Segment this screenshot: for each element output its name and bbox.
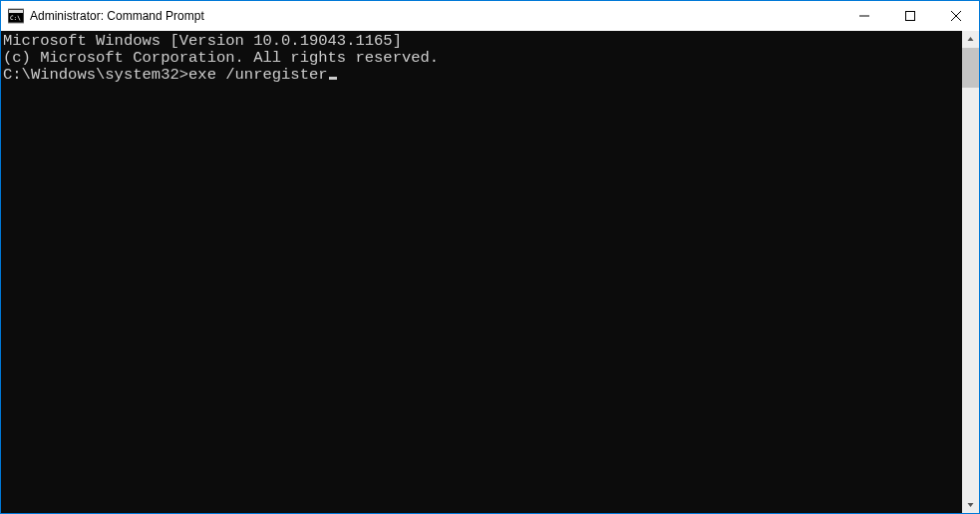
prompt-line: C:\Windows\system32>exe /unregister [3,67,962,84]
scroll-thumb[interactable] [962,48,979,88]
svg-marker-8 [968,503,974,507]
vertical-scrollbar[interactable] [962,31,979,513]
titlebar[interactable]: C:\ Administrator: Command Prompt [1,1,979,31]
cursor [329,77,337,80]
version-line: Microsoft Windows [Version 10.0.19043.11… [3,33,962,50]
console-output[interactable]: Microsoft Windows [Version 10.0.19043.11… [1,31,962,513]
svg-marker-7 [968,37,974,41]
svg-rect-4 [906,12,915,21]
command-text: exe /unregister [188,66,328,84]
scroll-up-button[interactable] [962,31,979,48]
svg-rect-1 [9,10,23,13]
copyright-line: (c) Microsoft Corporation. All rights re… [3,50,962,67]
window-controls [841,1,979,31]
command-prompt-window: C:\ Administrator: Command Prompt Micros… [0,0,980,514]
console-area: Microsoft Windows [Version 10.0.19043.11… [1,31,979,513]
prompt-text: C:\Windows\system32> [3,66,188,84]
minimize-button[interactable] [841,1,887,31]
maximize-button[interactable] [887,1,933,31]
cmd-icon: C:\ [8,8,24,24]
scroll-down-button[interactable] [962,496,979,513]
close-button[interactable] [933,1,979,31]
window-title: Administrator: Command Prompt [30,9,841,23]
scroll-track[interactable] [962,48,979,496]
svg-text:C:\: C:\ [10,14,21,21]
